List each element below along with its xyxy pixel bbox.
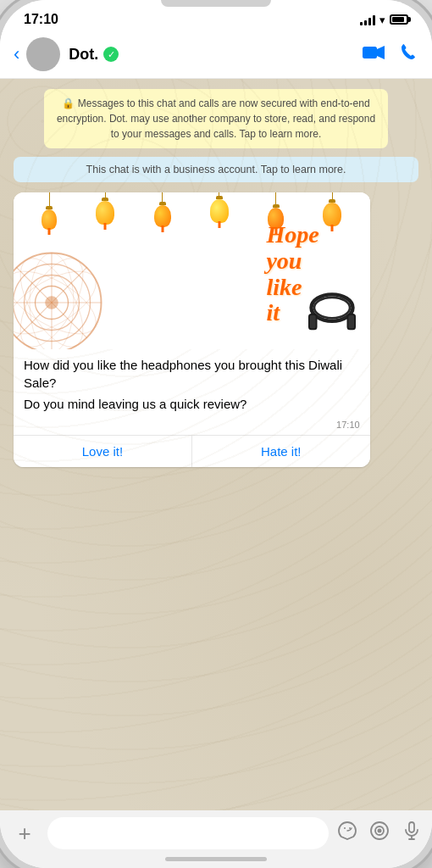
message-meta: 17:10 bbox=[14, 420, 370, 435]
battery-fill bbox=[392, 17, 404, 22]
svg-rect-20 bbox=[348, 315, 354, 329]
signal-bar-3 bbox=[368, 18, 371, 25]
svg-point-21 bbox=[314, 298, 350, 319]
encryption-notice: 🔒 Messages to this chat and calls are no… bbox=[14, 89, 418, 148]
headphones-image bbox=[302, 292, 362, 342]
message-body-1: How did you like the headphones you brou… bbox=[24, 356, 360, 392]
add-icon: + bbox=[18, 821, 30, 847]
signal-bar-4 bbox=[373, 15, 375, 25]
encryption-text: 🔒 Messages to this chat and calls are no… bbox=[57, 97, 375, 140]
quick-replies: Love it! Hate it! bbox=[14, 435, 370, 467]
wifi-icon: ▾ bbox=[379, 14, 385, 26]
phone-frame: 17:10 ▾ ‹ Dot. ✓ bbox=[0, 0, 432, 868]
input-right-icons bbox=[337, 821, 422, 846]
message-timestamp: 17:10 bbox=[336, 420, 360, 430]
svg-point-26 bbox=[378, 829, 382, 833]
svg-rect-27 bbox=[409, 822, 414, 832]
sticker-icon[interactable] bbox=[337, 821, 357, 846]
svg-rect-0 bbox=[363, 47, 377, 58]
svg-point-22 bbox=[344, 827, 346, 829]
back-button[interactable]: ‹ bbox=[14, 43, 19, 65]
status-time: 17:10 bbox=[24, 12, 58, 27]
home-indicator bbox=[165, 857, 267, 861]
business-notice-text: This chat is with a business account. Ta… bbox=[86, 164, 346, 175]
signal-bar-1 bbox=[360, 22, 363, 25]
message-input[interactable] bbox=[47, 817, 329, 849]
lantern-4 bbox=[210, 192, 229, 223]
hate-it-button[interactable]: Hate it! bbox=[192, 436, 370, 467]
battery-icon bbox=[390, 14, 408, 25]
message-bubble: Hopeyoulikeit How did you like the headp… bbox=[14, 192, 370, 467]
mic-icon[interactable] bbox=[402, 821, 422, 846]
verified-badge-icon: ✓ bbox=[103, 47, 119, 62]
header-actions bbox=[363, 42, 418, 66]
phone-notch bbox=[161, 0, 271, 7]
lantern-6 bbox=[323, 192, 341, 226]
encryption-bubble[interactable]: 🔒 Messages to this chat and calls are no… bbox=[44, 89, 388, 148]
message-text-area: How did you like the headphones you brou… bbox=[14, 349, 370, 420]
chat-body: 🔒 Messages to this chat and calls are no… bbox=[0, 79, 432, 810]
avatar bbox=[26, 37, 60, 71]
lantern-2 bbox=[96, 192, 114, 225]
phone-call-icon[interactable] bbox=[400, 42, 418, 66]
mandala-decoration bbox=[14, 248, 107, 349]
message-image: Hopeyoulikeit bbox=[14, 192, 370, 349]
signal-bars-icon bbox=[360, 14, 375, 25]
camera-icon[interactable] bbox=[369, 821, 390, 846]
add-button[interactable]: + bbox=[10, 819, 39, 848]
svg-rect-19 bbox=[309, 315, 315, 329]
svg-marker-1 bbox=[377, 46, 385, 59]
verified-checkmark: ✓ bbox=[108, 49, 115, 60]
message-body-2: Do you mind leaving us a quick review? bbox=[24, 395, 360, 413]
chat-header: ‹ Dot. ✓ bbox=[0, 31, 432, 79]
chat-name-area: Dot. ✓ bbox=[69, 46, 363, 64]
video-call-icon[interactable] bbox=[363, 43, 385, 65]
svg-point-23 bbox=[349, 827, 351, 829]
love-it-button[interactable]: Love it! bbox=[14, 436, 192, 467]
business-notice[interactable]: This chat is with a business account. Ta… bbox=[14, 157, 418, 182]
diwali-background: Hopeyoulikeit bbox=[14, 192, 370, 349]
signal-bar-2 bbox=[364, 20, 367, 25]
status-icons: ▾ bbox=[360, 14, 408, 26]
contact-name[interactable]: Dot. bbox=[69, 46, 98, 64]
lantern-1 bbox=[42, 192, 57, 230]
lantern-3 bbox=[154, 192, 171, 227]
